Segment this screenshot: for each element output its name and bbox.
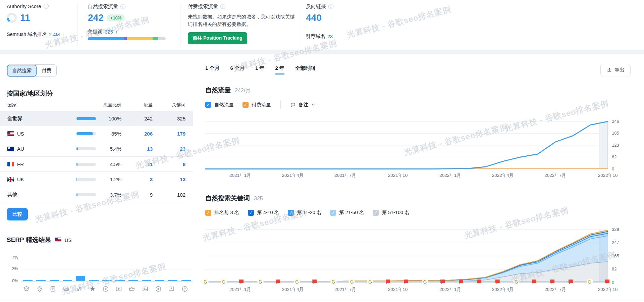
info-icon[interactable]: i <box>220 4 225 9</box>
keywords-value-link[interactable]: 179 <box>177 131 185 137</box>
keywords-chart-legend: ✓排名前 3 名 ✓第 4-10 名 ✓第 11-20 名 ✓第 21-50 名… <box>205 209 410 216</box>
note-flag-icon[interactable] <box>532 280 536 284</box>
help-circle-icon[interactable] <box>181 285 191 294</box>
countries-section-title: 按国家/地区划分 <box>7 89 53 98</box>
image-check-icon[interactable] <box>62 285 72 294</box>
google-update-icon[interactable]: G <box>331 279 336 285</box>
keyword-distribution-bar <box>88 37 166 40</box>
time-range-1m[interactable]: 1 个月 <box>205 65 220 74</box>
ref-domains-label: 引荐域名 <box>306 33 325 40</box>
note-flag-icon[interactable] <box>440 280 445 284</box>
comment-question-icon[interactable] <box>168 285 178 294</box>
tab-organic-search[interactable]: 自然搜索 <box>7 65 37 77</box>
article-icon[interactable] <box>49 285 59 294</box>
keywords-count-link[interactable]: 325 <box>105 29 113 35</box>
column-traffic: 流量 <box>144 102 153 108</box>
notes-dropdown[interactable]: 备注 <box>290 102 315 108</box>
google-update-icon[interactable]: G <box>349 279 355 285</box>
google-update-icon[interactable]: G <box>258 279 263 285</box>
note-flag-icon[interactable] <box>569 280 573 284</box>
info-icon[interactable]: i <box>120 4 125 9</box>
google-update-icon[interactable]: G <box>514 279 519 285</box>
link-icon[interactable] <box>75 285 86 294</box>
note-flag-icon[interactable] <box>459 280 463 284</box>
table-row: AU 5.4% 13 23 <box>0 141 193 157</box>
up-arrow-icon: ↑ <box>62 32 64 37</box>
time-range-all[interactable]: 全部时间 <box>295 65 315 74</box>
keywords-value-link[interactable]: 23 <box>180 146 185 152</box>
time-range-2y[interactable]: 2 年 <box>275 65 285 74</box>
traffic-value-link[interactable]: 13 <box>147 146 153 152</box>
keyword-bar-segment <box>124 37 127 40</box>
divider <box>77 3 77 46</box>
traffic-share-bar <box>76 178 96 181</box>
google-update-icon[interactable]: G <box>587 279 593 285</box>
google-update-icon[interactable]: G <box>203 279 208 285</box>
export-button[interactable]: 导出 <box>600 64 631 76</box>
time-range-6m[interactable]: 6 个月 <box>230 65 245 74</box>
keywords-value-link[interactable]: 13 <box>180 177 185 182</box>
play-circle-icon[interactable] <box>155 285 165 294</box>
keyword-bar-segment <box>153 37 158 40</box>
serp-bar <box>181 280 191 281</box>
checkbox-checked-icon: ✓ <box>248 210 254 216</box>
countries-panel: 自然搜索 付费 按国家/地区划分 国家 流量比例 流量 关键词 全世界 100%… <box>0 54 193 302</box>
serp-bar <box>155 280 164 281</box>
legend-organic-traffic[interactable]: ✓自然流量 <box>205 102 234 108</box>
video-icon[interactable] <box>115 285 125 294</box>
crown-icon[interactable] <box>128 285 138 294</box>
y-tick: 329 <box>612 227 619 232</box>
info-icon[interactable]: i <box>44 4 49 9</box>
note-flag-icon[interactable] <box>312 280 317 284</box>
star-icon[interactable] <box>89 285 99 294</box>
domain-rank-value[interactable]: 2.4M <box>49 32 60 37</box>
position-tracking-button[interactable]: 前往 Position Tracking <box>188 32 247 44</box>
legend-paid-traffic[interactable]: ✓付费流量 <box>243 102 271 108</box>
image-icon[interactable] <box>142 285 152 294</box>
legend-11-20[interactable]: ✓第 11-20 名 <box>288 209 321 216</box>
note-flag-icon[interactable] <box>404 280 408 284</box>
legend-51-100[interactable]: ✓第 51-100 名 <box>373 209 409 216</box>
note-flag-icon[interactable] <box>605 280 609 284</box>
traffic-value-link[interactable]: 3 <box>150 177 153 182</box>
serp-section-title: SERP 精选结果 <box>7 236 51 244</box>
compare-button[interactable]: 比较 <box>7 208 28 220</box>
google-update-icon[interactable]: G <box>294 279 300 285</box>
time-range-1y[interactable]: 1 年 <box>255 65 265 74</box>
y-tick: 246 <box>612 119 619 124</box>
note-flag-icon[interactable] <box>477 280 481 284</box>
location-pin-icon[interactable] <box>36 285 46 294</box>
legend-label: 第 4-10 名 <box>257 209 279 216</box>
checkbox-checked-icon: ✓ <box>288 210 294 216</box>
us-flag-icon <box>55 238 61 242</box>
note-flag-icon[interactable] <box>239 280 244 284</box>
traffic-value-link[interactable]: 11 <box>147 161 153 167</box>
divider <box>298 3 298 46</box>
note-flag-icon[interactable] <box>495 280 500 284</box>
graduation-cap-icon[interactable] <box>23 285 33 294</box>
serp-section-header: SERP 精选结果 US <box>7 236 72 244</box>
ref-domains-value[interactable]: 23 <box>327 34 333 39</box>
traffic-share-value: 1.2% <box>110 177 121 182</box>
play-circle-icon[interactable] <box>102 285 112 294</box>
legend-top3[interactable]: ✓排名前 3 名 <box>205 209 239 216</box>
keywords-value-link[interactable]: 8 <box>183 161 185 167</box>
google-update-icon[interactable]: G <box>367 279 373 285</box>
info-icon[interactable]: i <box>328 4 333 9</box>
keywords-value: 102 <box>177 192 185 198</box>
google-update-icon[interactable]: G <box>221 279 227 285</box>
y-tick: 0 <box>612 166 614 171</box>
note-flag-icon[interactable] <box>386 280 390 284</box>
note-flag-icon[interactable] <box>550 280 554 284</box>
traffic-value-link[interactable]: 206 <box>144 131 153 137</box>
traffic-y-axis: 246 185 123 62 0 <box>612 118 629 172</box>
tab-paid[interactable]: 付费 <box>37 65 56 77</box>
country-name: UK <box>17 177 24 182</box>
traffic-share-bar <box>76 163 96 166</box>
legend-21-50[interactable]: ✓第 21-50 名 <box>330 209 364 216</box>
google-update-icon[interactable]: G <box>422 279 428 285</box>
note-flag-icon[interactable] <box>276 280 280 284</box>
traffic-chart-subtitle: 242/月 <box>235 87 251 94</box>
serp-bar <box>168 280 177 281</box>
legend-4-10[interactable]: ✓第 4-10 名 <box>248 209 279 216</box>
